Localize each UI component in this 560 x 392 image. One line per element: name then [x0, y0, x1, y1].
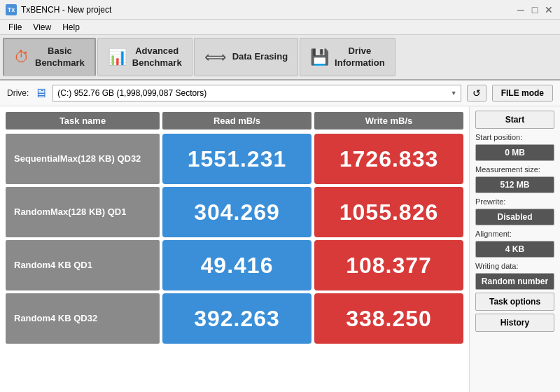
drive-information-icon: 💾	[310, 48, 329, 66]
start-position-value: 0 MB	[475, 144, 554, 161]
title-bar-controls[interactable]: ─ □ ✕	[515, 4, 554, 15]
bench-read-random-128k: 304.269	[162, 187, 312, 237]
advanced-benchmark-label: Advanced Benchmark	[132, 46, 182, 69]
drive-label: Drive:	[7, 88, 29, 98]
maximize-button[interactable]: □	[529, 4, 540, 15]
main-area: Task name Read mB/s Write mB/s Sequentia…	[0, 106, 560, 392]
minimize-button[interactable]: ─	[515, 4, 526, 15]
right-panel: Start Start position: 0 MB Measurement s…	[469, 106, 560, 392]
data-erasing-icon: ⟺	[204, 48, 227, 66]
bench-label-random-128k: Random Max(128 KB) QD1	[6, 187, 160, 237]
prewrite-label: Prewrite:	[475, 197, 554, 206]
tab-drive-information[interactable]: 💾 Drive Information	[300, 38, 396, 76]
content-area: Drive: 🖥 (C:) 952.76 GB (1,998,099,087 S…	[0, 80, 560, 392]
drive-information-label: Drive Information	[335, 46, 385, 69]
bench-write-random-128k: 1055.826	[314, 187, 463, 237]
basic-benchmark-label: Basic Benchmark	[35, 46, 85, 69]
bench-row-random-128k: Random Max(128 KB) QD1 304.269 1055.826	[6, 187, 463, 237]
benchmark-area: Task name Read mB/s Write mB/s Sequentia…	[0, 106, 469, 392]
menu-file[interactable]: File	[3, 21, 27, 34]
history-button[interactable]: History	[475, 314, 554, 332]
window-title: TxBENCH - New project	[21, 5, 111, 15]
measurement-size-label: Measurement size:	[475, 165, 554, 174]
title-bar-left: Tx TxBENCH - New project	[6, 4, 111, 15]
advanced-benchmark-icon: 📊	[108, 48, 127, 66]
menu-help[interactable]: Help	[57, 21, 85, 34]
alignment-value: 4 KB	[475, 241, 554, 258]
bench-row-random-4k-qd32: Random 4 KB QD32 392.263 338.250	[6, 293, 463, 344]
drive-select-wrapper[interactable]: (C:) 952.76 GB (1,998,099,087 Sectors)	[52, 85, 461, 102]
drive-row: Drive: 🖥 (C:) 952.76 GB (1,998,099,087 S…	[0, 80, 560, 106]
bench-label-random-4k-qd32: Random 4 KB QD32	[6, 293, 160, 344]
tab-data-erasing[interactable]: ⟺ Data Erasing	[194, 38, 298, 76]
bench-row-random-4k-qd1: Random 4 KB QD1 49.416 108.377	[6, 240, 463, 290]
menu-view[interactable]: View	[27, 21, 57, 34]
bench-label-sequential: Sequential Max(128 KB) QD32	[6, 134, 160, 184]
header-read: Read mB/s	[162, 112, 312, 130]
bench-write-sequential: 1726.833	[314, 134, 463, 184]
start-position-label: Start position:	[475, 133, 554, 141]
header-taskname: Task name	[6, 112, 160, 130]
drive-select[interactable]: (C:) 952.76 GB (1,998,099,087 Sectors)	[52, 85, 461, 102]
prewrite-value: Disabled	[475, 209, 554, 225]
refresh-button[interactable]: ↺	[467, 85, 486, 102]
toolbar: ⏱ Basic Benchmark 📊 Advanced Benchmark ⟺…	[0, 35, 560, 80]
bench-write-random-4k-qd32: 338.250	[314, 293, 463, 344]
bench-read-random-4k-qd1: 49.416	[162, 240, 312, 290]
bench-table-header: Task name Read mB/s Write mB/s	[6, 112, 463, 130]
data-erasing-label: Data Erasing	[232, 51, 288, 63]
app-icon: Tx	[6, 4, 17, 15]
bench-label-random-4k-qd1: Random 4 KB QD1	[6, 240, 160, 290]
bench-read-random-4k-qd32: 392.263	[162, 293, 312, 344]
basic-benchmark-icon: ⏱	[14, 48, 29, 66]
measurement-size-value: 512 MB	[475, 176, 554, 193]
title-bar: Tx TxBENCH - New project ─ □ ✕	[0, 0, 560, 20]
writing-data-label: Writing data:	[475, 262, 554, 270]
close-button[interactable]: ✕	[543, 4, 554, 15]
writing-data-value: Random number	[475, 273, 554, 290]
task-options-button[interactable]: Task options	[475, 293, 554, 311]
tab-basic-benchmark[interactable]: ⏱ Basic Benchmark	[3, 38, 96, 76]
bench-row-sequential: Sequential Max(128 KB) QD32 1551.231 172…	[6, 134, 463, 184]
menu-bar: File View Help	[0, 20, 560, 35]
bench-read-sequential: 1551.231	[162, 134, 312, 184]
bench-write-random-4k-qd1: 108.377	[314, 240, 463, 290]
tab-advanced-benchmark[interactable]: 📊 Advanced Benchmark	[97, 38, 192, 76]
start-button[interactable]: Start	[475, 111, 554, 129]
alignment-label: Alignment:	[475, 230, 554, 238]
header-write: Write mB/s	[314, 112, 463, 130]
file-mode-button[interactable]: FILE mode	[492, 85, 553, 102]
drive-icon: 🖥	[34, 86, 47, 101]
